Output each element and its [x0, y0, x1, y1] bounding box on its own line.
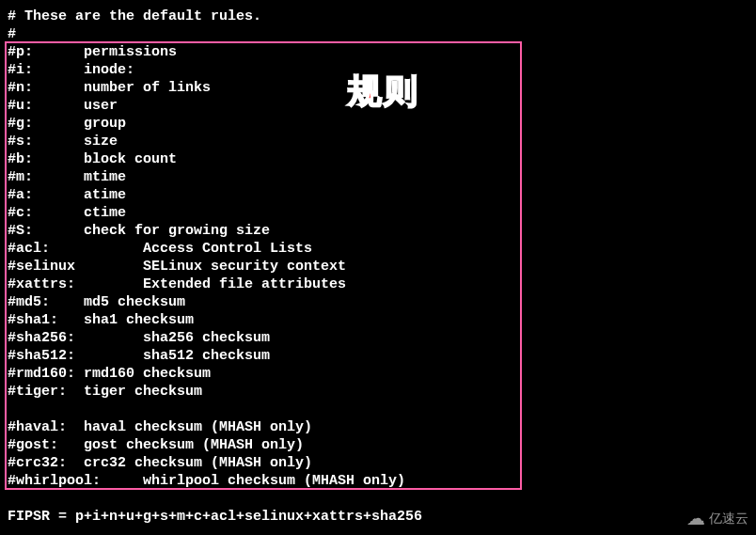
rule-line: #g: group — [8, 115, 748, 133]
rule-line: #sha1: sha1 checksum — [8, 311, 748, 329]
rule-line: #b: block count — [8, 150, 748, 168]
header-line-1: # These are the default rules. — [8, 8, 748, 25]
rule-line: #whirlpool: whirlpool checksum (MHASH on… — [8, 472, 748, 490]
rule-line: #s: size — [8, 133, 748, 150]
rule-line: #md5: md5 checksum — [8, 293, 748, 311]
rule-line: #haval: haval checksum (MHASH only) — [8, 418, 748, 436]
rule-line: #acl: Access Control Lists — [8, 240, 748, 258]
watermark-text: 亿速云 — [709, 510, 748, 527]
blank-line — [8, 490, 748, 508]
rule-line: #sha256: sha256 checksum — [8, 329, 748, 347]
rule-line: #tiger: tiger checksum — [8, 383, 748, 401]
rule-line: #rmd160: rmd160 checksum — [8, 365, 748, 383]
rule-line: #crc32: crc32 checksum (MHASH only) — [8, 454, 748, 472]
rule-line: #p: permissions — [8, 43, 748, 61]
rule-line: #xattrs: Extended file attributes — [8, 275, 748, 293]
fipsr-line: FIPSR = p+i+n+u+g+s+m+c+acl+selinux+xatt… — [8, 508, 748, 526]
header-line-2: # — [8, 25, 748, 43]
watermark: ☁ 亿速云 — [686, 509, 748, 527]
rule-line: #i: inode: — [8, 61, 748, 79]
rule-line: #m: mtime — [8, 168, 748, 186]
rule-line: #u: user — [8, 97, 748, 115]
rule-line: #gost: gost checksum (MHASH only) — [8, 436, 748, 454]
blank-line — [8, 401, 748, 418]
rule-line: #sha512: sha512 checksum — [8, 347, 748, 365]
rule-line: #n: number of links — [8, 79, 748, 97]
rule-line: #a: atime — [8, 186, 748, 204]
rule-line: #c: ctime — [8, 204, 748, 222]
rule-line: #S: check for growing size — [8, 222, 748, 240]
cloud-icon: ☁ — [686, 509, 705, 527]
rule-line: #selinux SELinux security context — [8, 258, 748, 275]
